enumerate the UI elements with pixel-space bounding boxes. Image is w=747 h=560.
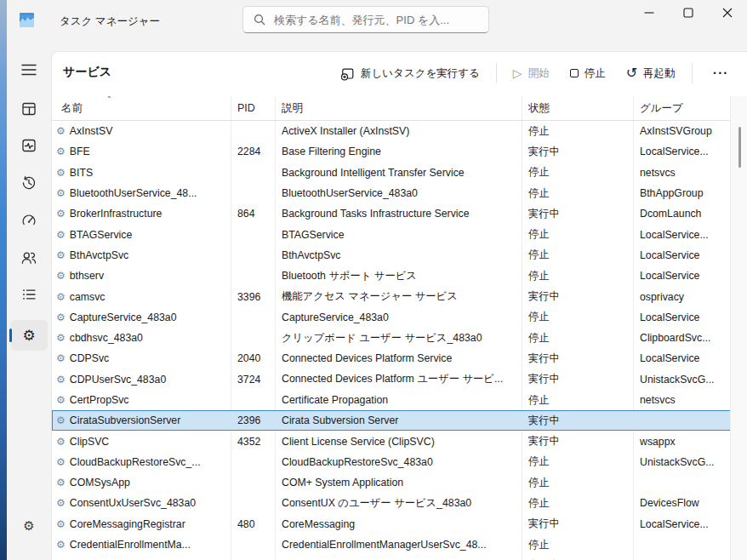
new-task-icon xyxy=(340,66,355,81)
service-table-body: ⚙AxInstSV ActiveX Installer (AxInstSV) 停… xyxy=(52,121,731,560)
stop-button[interactable]: 停止 xyxy=(562,61,613,86)
search-icon xyxy=(254,14,265,26)
minimize-button[interactable] xyxy=(630,0,669,26)
search-input[interactable] xyxy=(274,14,482,26)
service-gear-icon: ⚙ xyxy=(56,126,66,136)
service-status: 停止 xyxy=(522,124,633,139)
service-group: LocalService xyxy=(633,311,731,323)
close-button[interactable] xyxy=(708,0,747,26)
hamburger-menu-button[interactable] xyxy=(10,54,48,85)
table-row[interactable]: ⚙camsvc 3396 機能アクセス マネージャー サービス 実行中 ospr… xyxy=(52,286,731,306)
table-row[interactable]: ⚙AxInstSV ActiveX Installer (AxInstSV) 停… xyxy=(52,121,731,141)
scrollbar-track[interactable] xyxy=(730,96,747,560)
service-status: 停止 xyxy=(522,331,633,346)
service-gear-icon: ⚙ xyxy=(56,374,66,385)
service-gear-icon: ⚙ xyxy=(56,271,66,281)
service-status: 停止 xyxy=(522,476,633,490)
column-header-name[interactable]: ⌃ 名前 xyxy=(52,96,231,120)
table-row[interactable]: ⚙CoreMessagingRegistrar 480 CoreMessagin… xyxy=(52,514,731,534)
column-header-description[interactable]: 説明 xyxy=(275,96,522,120)
service-description: COM+ System Application xyxy=(275,477,522,489)
service-status: 停止 xyxy=(522,227,633,242)
service-gear-icon: ⚙ xyxy=(56,188,66,198)
table-row[interactable]: ⚙CertPropSvc Certificate Propagation 停止 … xyxy=(52,390,731,410)
service-description: クリップボード ユーザー サービス_483a0 xyxy=(275,331,522,346)
table-row[interactable]: ⚙BthAvctpSvc BthAvctpSvc 停止 LocalService xyxy=(52,245,731,266)
search-box[interactable] xyxy=(242,6,489,33)
service-gear-icon: ⚙ xyxy=(56,437,66,447)
service-name: cbdhsvc_483a0 xyxy=(70,332,143,344)
table-row[interactable]: ⚙BTAGService BTAGService 停止 LocalService… xyxy=(52,224,731,244)
service-status: 停止 xyxy=(522,310,633,324)
service-pid: 864 xyxy=(231,208,275,220)
service-description: Connected Devices Platform ユーザー サービ... xyxy=(275,372,522,386)
window-chrome: タスク マネージャー xyxy=(7,0,747,560)
service-group: UnistackSvcG... xyxy=(633,456,731,468)
start-button[interactable]: ▷ 開始 xyxy=(505,61,557,86)
table-row[interactable]: ⚙cbdhsvc_483a0 クリップボード ユーザー サービス_483a0 停… xyxy=(52,328,731,348)
service-gear-icon: ⚙ xyxy=(56,333,66,343)
service-status: 実行中 xyxy=(522,145,633,159)
service-pid: 3396 xyxy=(231,291,275,303)
service-description: BthAvctpSvc xyxy=(275,249,522,261)
stop-icon xyxy=(570,69,579,77)
service-description: Client License Service (ClipSVC) xyxy=(275,436,522,448)
service-name: BrokerInfrastructure xyxy=(70,208,163,220)
column-header-group[interactable]: グループ xyxy=(633,96,731,120)
table-row[interactable]: ⚙COMSysApp COM+ System Application 停止 xyxy=(52,472,731,493)
column-header-pid[interactable]: PID xyxy=(231,96,275,120)
service-group: LocalService xyxy=(633,249,731,261)
service-status: 実行中 xyxy=(522,517,633,531)
run-new-task-button[interactable]: 新しいタスクを実行する xyxy=(333,61,488,86)
table-row[interactable]: ⚙CryptSvc 2460 Cryptographic Services 実行… xyxy=(52,555,731,560)
service-name: BFE xyxy=(70,146,90,157)
service-status: 停止 xyxy=(522,165,633,180)
service-name: BITS xyxy=(70,167,93,179)
table-row[interactable]: ⚙ClipSVC 4352 Client License Service (Cl… xyxy=(52,431,731,451)
table-row[interactable]: ⚙CaptureService_483a0 CaptureService_483… xyxy=(52,307,731,328)
service-group: osprivacy xyxy=(633,291,731,303)
service-gear-icon: ⚙ xyxy=(56,353,66,363)
table-row[interactable]: ⚙CirataSubversionServer 2396 Cirata Subv… xyxy=(52,410,731,431)
table-header: ⌃ 名前 PID 説明 状態 グループ xyxy=(52,96,731,121)
table-row[interactable]: ⚙bthserv Bluetooth サポート サービス 停止 LocalSer… xyxy=(52,266,731,286)
sidebar-item-performance[interactable] xyxy=(10,130,48,161)
sidebar-item-app-history[interactable] xyxy=(10,168,48,198)
maximize-button[interactable] xyxy=(669,0,708,26)
table-row[interactable]: ⚙BluetoothUserService_48... BluetoothUse… xyxy=(52,183,731,203)
restart-button[interactable]: ↺ 再起動 xyxy=(619,61,683,86)
table-row[interactable]: ⚙ConsentUxUserSvc_483a0 ConsentUX のユーザー … xyxy=(52,493,731,513)
sidebar-item-users[interactable] xyxy=(10,243,48,273)
sidebar-item-startup-apps[interactable] xyxy=(10,205,48,236)
sidebar-item-services[interactable]: ⚙ xyxy=(10,320,48,351)
more-options-button[interactable]: ••• xyxy=(701,64,742,83)
service-description: 機能アクセス マネージャー サービス xyxy=(275,289,522,304)
service-name: COMSysApp xyxy=(70,477,130,489)
table-row[interactable]: ⚙CloudBackupRestoreSvc_... CloudBackupRe… xyxy=(52,452,731,472)
table-row[interactable]: ⚙BFE 2284 Base Filtering Engine 実行中 Loca… xyxy=(52,141,731,162)
sidebar-item-details[interactable] xyxy=(10,279,48,310)
sidebar-item-processes[interactable] xyxy=(10,94,48,124)
service-name: CredentialEnrollmentMa... xyxy=(70,539,191,551)
table-row[interactable]: ⚙BITS Background Intelligent Transfer Se… xyxy=(52,163,731,183)
column-header-status[interactable]: 状態 xyxy=(522,96,633,120)
app-title: タスク マネージャー xyxy=(60,14,160,29)
service-description: Bluetooth サポート サービス xyxy=(275,269,522,283)
scrollbar-thumb[interactable] xyxy=(738,127,741,168)
toolbar-divider xyxy=(692,63,693,83)
service-status: 停止 xyxy=(522,496,633,511)
table-row[interactable]: ⚙CDPUserSvc_483a0 3724 Connected Devices… xyxy=(52,369,731,390)
service-group: netsvcs xyxy=(633,394,731,406)
table-row[interactable]: ⚙CredentialEnrollmentMa... CredentialEnr… xyxy=(52,534,731,555)
table-row[interactable]: ⚙BrokerInfrastructure 864 Background Tas… xyxy=(52,203,731,224)
settings-button[interactable]: ⚙ xyxy=(10,510,48,540)
service-description: CloudBackupRestoreSvc_483a0 xyxy=(275,456,522,468)
service-pid: 480 xyxy=(231,518,275,530)
more-icon: ••• xyxy=(709,69,734,77)
service-gear-icon: ⚙ xyxy=(56,209,66,219)
task-manager-app-icon xyxy=(20,13,34,27)
table-row[interactable]: ⚙CDPSvc 2040 Connected Devices Platform … xyxy=(52,348,731,369)
maximize-icon xyxy=(683,8,693,18)
service-gear-icon: ⚙ xyxy=(56,395,66,405)
service-gear-icon: ⚙ xyxy=(56,519,66,529)
